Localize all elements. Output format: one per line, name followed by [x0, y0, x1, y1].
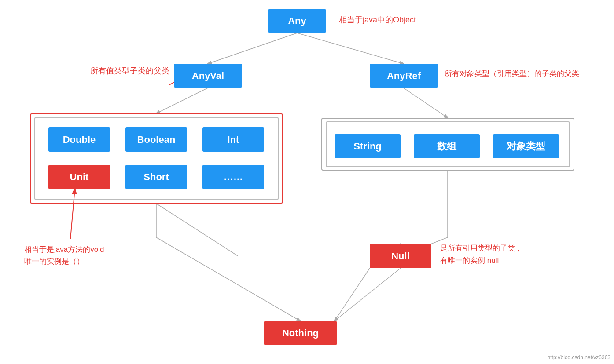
svg-line-3 [404, 88, 448, 118]
node-any: Any [268, 9, 326, 33]
annotation-anyref: 所有对象类型（引用类型）的子类的父类 [445, 68, 579, 80]
node-int: Int [202, 127, 264, 152]
annotation-null-1: 是所有引用类型的子类， [440, 243, 522, 254]
svg-line-7 [156, 237, 300, 321]
node-anyval: AnyVal [174, 64, 242, 88]
node-anyref: AnyRef [370, 64, 438, 88]
node-array: 数组 [414, 134, 480, 158]
annotation-anyval: 所有值类型子类的父类 [90, 65, 169, 77]
node-string: String [335, 134, 401, 158]
annotation-unit-1: 相当于是java方法的void [24, 244, 104, 255]
node-boolean: Boolean [125, 127, 187, 152]
svg-line-2 [156, 88, 208, 113]
node-null: Null [370, 244, 431, 268]
node-objtype: 对象类型 [493, 134, 559, 158]
node-nothing: Nothing [264, 321, 337, 345]
node-double: Double [48, 127, 110, 152]
svg-line-0 [208, 33, 297, 64]
svg-line-5 [335, 268, 401, 321]
watermark: http://blog.csdn.net/vz6363 [548, 354, 610, 360]
annotation-unit-2: 唯一的实例是（） [24, 256, 84, 267]
node-dots: …… [202, 165, 264, 189]
svg-line-1 [297, 33, 404, 64]
annotation-any: 相当于java中的Object [339, 14, 416, 26]
node-unit: Unit [48, 165, 110, 189]
annotation-null-2: 有唯一的实例 null [440, 255, 499, 266]
node-short: Short [125, 165, 187, 189]
diagram-container: Any AnyVal AnyRef Double Boolean Int Uni… [0, 0, 614, 364]
svg-line-4 [156, 204, 238, 256]
svg-line-11 [335, 268, 370, 321]
